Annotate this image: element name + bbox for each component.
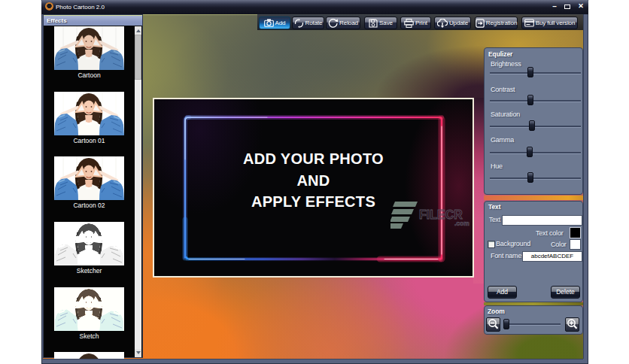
svg-text:.com: .com	[454, 220, 469, 227]
